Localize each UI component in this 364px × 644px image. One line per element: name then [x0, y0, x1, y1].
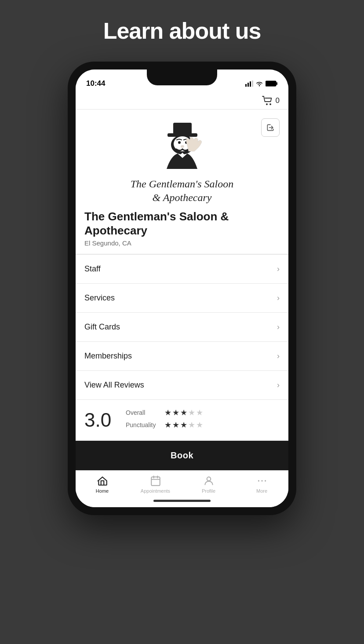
nav-home[interactable]: Home: [87, 475, 118, 494]
svg-rect-9: [173, 123, 192, 134]
app-content: 0: [76, 91, 288, 507]
business-logo: [153, 118, 211, 171]
svg-point-25: [264, 480, 266, 481]
ratings-section: 3.0 Overall ★ ★ ★ ★ ★ Punctuality: [76, 400, 288, 441]
home-icon: [97, 475, 108, 487]
svg-rect-6: [277, 82, 278, 85]
share-icon: [266, 123, 275, 132]
svg-rect-1: [248, 83, 249, 87]
star-2: ★: [172, 408, 179, 417]
star-4: ★: [188, 408, 195, 417]
notch: [147, 70, 217, 85]
svg-point-17: [181, 145, 184, 148]
pstar-1: ★: [164, 420, 171, 430]
menu-item-reviews[interactable]: View All Reviews ›: [76, 371, 288, 400]
staff-label: Staff: [84, 264, 101, 274]
svg-point-15: [178, 141, 181, 144]
share-button[interactable]: [261, 118, 280, 137]
svg-rect-18: [151, 477, 160, 486]
menu-item-gift-cards[interactable]: Gift Cards ›: [76, 313, 288, 342]
svg-rect-0: [245, 84, 247, 87]
menu-item-staff[interactable]: Staff ›: [76, 255, 288, 284]
staff-chevron: ›: [277, 264, 280, 274]
business-bold-name: The Gentleman's Saloon &Apothecary: [84, 210, 280, 237]
pstar-2: ★: [172, 420, 179, 430]
pstar-5: ★: [196, 420, 203, 430]
more-icon: [256, 475, 268, 487]
memberships-chevron: ›: [277, 351, 280, 361]
bottom-nav: Home Appointments Prof: [76, 470, 288, 496]
svg-point-23: [258, 480, 259, 481]
services-label: Services: [84, 293, 115, 303]
pstar-4: ★: [188, 420, 195, 430]
logo-area: [84, 118, 280, 173]
gift-cards-chevron: ›: [277, 322, 280, 332]
top-bar: 0: [76, 91, 288, 110]
phone-screen: 10:44: [76, 70, 288, 507]
memberships-label: Memberships: [84, 351, 132, 361]
status-icons: [245, 80, 278, 87]
business-script-name: The Gentleman's Saloon& Apothecary: [84, 177, 280, 205]
appointments-icon: [150, 475, 161, 487]
business-header: The Gentleman's Saloon& Apothecary The G…: [76, 110, 288, 254]
star-3: ★: [180, 408, 187, 417]
nav-more-label: More: [256, 488, 267, 494]
nav-appointments[interactable]: Appointments: [140, 475, 171, 494]
home-bar: [153, 500, 211, 502]
svg-rect-2: [250, 81, 251, 87]
nav-home-label: Home: [96, 488, 109, 494]
reviews-label: View All Reviews: [84, 381, 144, 390]
home-indicator: [76, 496, 288, 507]
nav-appointments-label: Appointments: [141, 488, 170, 494]
svg-point-24: [261, 480, 262, 481]
svg-rect-3: [252, 80, 253, 87]
nav-more[interactable]: More: [247, 475, 277, 494]
reviews-chevron: ›: [277, 381, 280, 390]
battery-icon: [266, 80, 278, 87]
overall-stars: ★ ★ ★ ★ ★: [164, 408, 203, 417]
rating-details: Overall ★ ★ ★ ★ ★ Punctuality ★: [126, 408, 280, 432]
phone-frame: 10:44: [68, 62, 296, 515]
svg-point-22: [207, 477, 211, 481]
overall-rating-row: Overall ★ ★ ★ ★ ★: [126, 408, 280, 417]
cart-count: 0: [276, 96, 280, 105]
gift-cards-label: Gift Cards: [84, 322, 120, 332]
nav-profile-label: Profile: [202, 488, 215, 494]
svg-point-4: [259, 85, 260, 87]
services-chevron: ›: [277, 293, 280, 303]
page-heading: Learn about us: [103, 18, 261, 44]
rating-score: 3.0: [84, 409, 115, 431]
status-time: 10:44: [86, 79, 105, 88]
profile-icon: [203, 475, 215, 487]
star-5: ★: [196, 408, 203, 417]
punctuality-label: Punctuality: [126, 421, 161, 428]
nav-profile[interactable]: Profile: [193, 475, 224, 494]
wifi-icon: [255, 80, 263, 87]
menu-list: Staff › Services › Gift Cards › Membersh…: [76, 254, 288, 400]
cart-area[interactable]: 0: [262, 96, 280, 106]
menu-item-memberships[interactable]: Memberships ›: [76, 342, 288, 371]
business-location: El Segundo, CA: [84, 239, 280, 247]
signal-icon: [245, 80, 253, 87]
menu-item-services[interactable]: Services ›: [76, 284, 288, 313]
overall-label: Overall: [126, 409, 161, 416]
svg-point-7: [266, 103, 268, 105]
svg-point-8: [269, 103, 271, 105]
punctuality-stars: ★ ★ ★ ★ ★: [164, 420, 203, 430]
svg-rect-5: [266, 81, 276, 86]
punctuality-rating-row: Punctuality ★ ★ ★ ★ ★: [126, 420, 280, 430]
book-button[interactable]: Book: [76, 441, 288, 470]
star-1: ★: [164, 408, 171, 417]
cart-icon: [262, 96, 273, 106]
pstar-3: ★: [180, 420, 187, 430]
